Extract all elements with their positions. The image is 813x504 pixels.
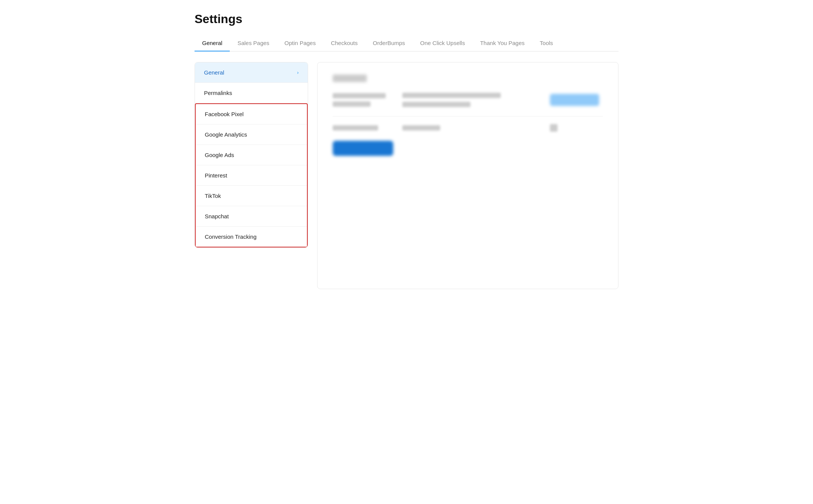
sidebar-grouped-section: Facebook Pixel Google Analytics Google A… [195, 103, 308, 247]
main-panel [317, 62, 618, 289]
tab-general[interactable]: General [195, 35, 230, 51]
tab-sales-pages[interactable]: Sales Pages [230, 35, 277, 51]
content-area: General › Permalinks [195, 62, 618, 289]
page-title: Settings [195, 12, 618, 26]
sidebar-item-google-analytics[interactable]: Google Analytics [196, 124, 307, 145]
sidebar-item-tiktok[interactable]: TikTok [196, 186, 307, 206]
sidebar-item-snapchat-label: Snapchat [205, 213, 229, 219]
tab-optin-pages[interactable]: Optin Pages [277, 35, 324, 51]
tracking-items-group: Facebook Pixel Google Analytics Google A… [195, 103, 308, 247]
blurred-save-button [333, 141, 393, 156]
sidebar-item-permalinks[interactable]: Permalinks [195, 83, 308, 103]
chevron-right-icon: › [297, 70, 299, 75]
sidebar-item-snapchat[interactable]: Snapchat [196, 206, 307, 227]
tab-tools[interactable]: Tools [532, 35, 561, 51]
blurred-content-row-1 [333, 93, 603, 107]
annotation-arrow [308, 167, 308, 184]
blurred-action-2 [550, 124, 603, 132]
blurred-save-row [333, 141, 603, 156]
row-separator-1 [333, 116, 603, 117]
blurred-action-1 [550, 94, 603, 106]
tab-checkouts[interactable]: Checkouts [323, 35, 365, 51]
sidebar-item-pinterest[interactable]: Pinterest [196, 165, 307, 186]
sidebar-item-permalinks-label: Permalinks [204, 90, 232, 96]
sidebar-item-conversion-tracking[interactable]: Conversion Tracking [196, 227, 307, 247]
sidebar-item-facebook-pixel[interactable]: Facebook Pixel [196, 104, 307, 124]
tab-thank-you-pages[interactable]: Thank You Pages [472, 35, 532, 51]
sidebar-item-general-label: General [204, 69, 224, 76]
sidebar-item-google-ads[interactable]: Google Ads [196, 145, 307, 165]
blurred-value-1 [402, 93, 541, 107]
blurred-label-2 [333, 125, 393, 131]
blurred-content-row-2 [333, 124, 603, 132]
tab-one-click-upsells[interactable]: One Click Upsells [413, 35, 472, 51]
blurred-section-1 [333, 75, 603, 82]
sidebar-item-facebook-pixel-label: Facebook Pixel [205, 111, 244, 117]
sidebar-item-google-ads-label: Google Ads [205, 152, 234, 158]
sidebar-item-conversion-tracking-label: Conversion Tracking [205, 233, 257, 240]
tabs-bar: General Sales Pages Optin Pages Checkout… [195, 35, 618, 51]
sidebar-item-pinterest-label: Pinterest [205, 172, 227, 179]
sidebar-item-general[interactable]: General › [195, 62, 308, 83]
blurred-value-2 [402, 125, 541, 131]
tab-orderbumps[interactable]: OrderBumps [365, 35, 413, 51]
blurred-title-1 [333, 75, 367, 82]
sidebar: General › Permalinks [195, 62, 308, 248]
blurred-label-1 [333, 93, 393, 107]
sidebar-item-google-analytics-label: Google Analytics [205, 131, 247, 138]
sidebar-item-tiktok-label: TikTok [205, 193, 221, 199]
